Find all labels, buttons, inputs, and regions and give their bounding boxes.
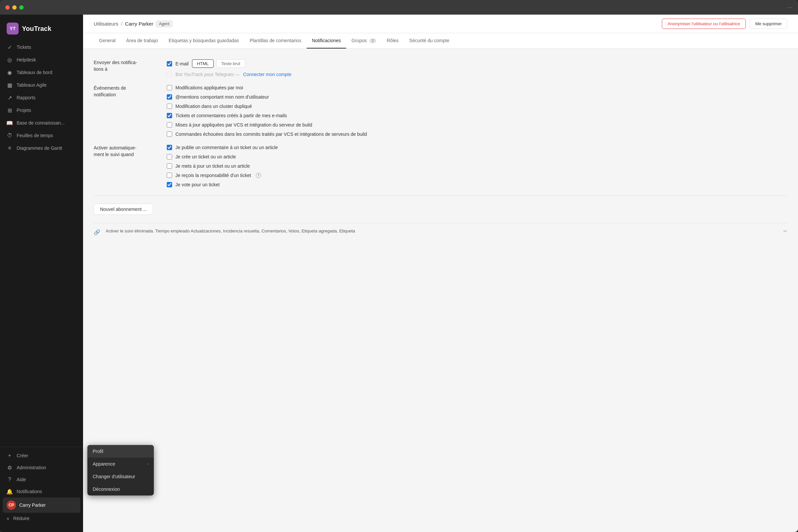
follow-item-3: Je reçois la responsabilité d'un ticket …: [167, 173, 787, 178]
tab-grupos-label: Grupos: [352, 38, 367, 43]
book-icon: 📖: [7, 120, 13, 126]
sidebar-item-notifications[interactable]: 🔔 Notifications: [3, 486, 80, 497]
event-checkbox-4[interactable]: [167, 122, 172, 128]
close-button[interactable]: [5, 5, 10, 10]
follow-label-0: Je publie un commentaire à un ticket ou …: [175, 145, 278, 150]
chevron-left-icon: «: [7, 516, 9, 521]
delete-button[interactable]: Me supprimer: [750, 19, 787, 29]
follow-checkbox-2[interactable]: [167, 164, 172, 169]
footer-values: Actualizaciones, Incidencia resuelta, Co…: [191, 228, 355, 233]
tab-roles[interactable]: Rôles: [382, 33, 404, 49]
send-notifications-label: Envoyer des notifica-tions à: [94, 59, 153, 77]
sidebar-item-label: Tickets: [17, 44, 31, 50]
telegram-connect-link[interactable]: Connecter mon compte: [243, 72, 292, 77]
footer-text: Activer le suivi éliminada. Tiempo emple…: [106, 228, 778, 233]
sidebar-item-creer[interactable]: + Créer: [3, 450, 80, 461]
events-section: Événements denotification Modifications …: [94, 85, 787, 137]
context-menu-profil[interactable]: Profil: [87, 445, 154, 458]
topbar-actions: Anonymiser l'utilisateur ou l'utilisatri…: [662, 19, 787, 29]
subscribe-button[interactable]: Nouvel abonnement ...: [94, 204, 153, 215]
tab-etiquetas[interactable]: Etiquetas y búsquedas guardadas: [164, 33, 244, 49]
minimize-button[interactable]: [12, 5, 17, 10]
help-icon-3[interactable]: ?: [256, 173, 261, 178]
sidebar-item-label: Rapports: [17, 95, 36, 100]
sidebar-item-rapports[interactable]: ↗ Rapports: [3, 92, 80, 103]
sidebar-item-aide[interactable]: ? Aide: [3, 474, 80, 486]
context-menu-changer[interactable]: Changer d'utilisateur: [87, 470, 154, 483]
event-checkbox-5[interactable]: [167, 132, 172, 137]
breadcrumb-separator: /: [121, 21, 122, 26]
context-menu-apparence-label: Apparence: [93, 461, 115, 467]
agile-icon: ▦: [7, 82, 13, 88]
telegram-label: Bot YouTrack pour Telegram — Connecter m…: [175, 72, 291, 77]
event-item-2: Modification dans un cluster dupliqué: [167, 103, 787, 109]
event-checkbox-0[interactable]: [167, 85, 172, 90]
context-menu-changer-label: Changer d'utilisateur: [93, 474, 135, 479]
menu-dots-icon[interactable]: ⋯: [787, 4, 793, 11]
sidebar-item-label: Projets: [17, 108, 31, 113]
tab-general[interactable]: General: [94, 33, 121, 49]
gantt-icon: ≡: [7, 145, 13, 151]
event-item-0: Modifications appliquées par moi: [167, 85, 787, 90]
anonymize-button[interactable]: Anonymiser l'utilisateur ou l'utilisatri…: [662, 19, 745, 29]
event-item-3: Tickets et commentaires créés à partir d…: [167, 113, 787, 118]
html-format-button[interactable]: HTML: [192, 59, 214, 68]
tab-securite[interactable]: Sécurité du compte: [404, 33, 455, 49]
follow-checkbox-3[interactable]: [167, 173, 172, 178]
tab-plantillas[interactable]: Plantillas de comentarios: [244, 33, 307, 49]
sidebar-item-tickets[interactable]: ✓ Tickets: [3, 41, 80, 53]
sidebar-item-administration[interactable]: ⚙ Administration: [3, 461, 80, 474]
follow-label-3-text: Je reçois la responsabilité d'un ticket: [175, 173, 251, 178]
follow-checkbox-0[interactable]: [167, 145, 172, 150]
sidebar-item-helpdesk[interactable]: ◎ Helpdesk: [3, 54, 80, 66]
sidebar-nav: ✓ Tickets ◎ Helpdesk ◉ Tableaux de bord …: [0, 41, 83, 444]
event-checkbox-1[interactable]: [167, 94, 172, 100]
follow-item-2: Je mets à jour un ticket ou un article: [167, 164, 787, 169]
events-controls: Modifications appliquées par moi @mentio…: [167, 85, 787, 137]
projects-icon: ⊞: [7, 107, 13, 113]
app-logo[interactable]: YT YouTrack: [0, 20, 83, 41]
sidebar-item-label: Tableaux de bord: [17, 70, 52, 75]
plain-format-button[interactable]: Texte brut: [216, 59, 245, 68]
user-profile-button[interactable]: CP Carry Parker: [3, 497, 80, 513]
tab-notificaciones[interactable]: Notificaciones: [307, 33, 346, 49]
dashboard-icon: ◉: [7, 70, 13, 75]
tab-grupos[interactable]: Grupos 7: [346, 33, 382, 49]
telegram-checkbox[interactable]: [167, 72, 172, 77]
sidebar-item-label: Base de connaisssan...: [17, 120, 65, 126]
sidebar-item-tableaux-agile[interactable]: ▦ Tableaux Agile: [3, 79, 80, 91]
edit-icon[interactable]: ✏: [783, 228, 787, 234]
helpdesk-icon: ◎: [7, 57, 13, 63]
maximize-button[interactable]: [19, 5, 23, 10]
follow-checkbox-1[interactable]: [167, 154, 172, 159]
breadcrumb-parent[interactable]: Utilisateurs: [94, 21, 118, 26]
sidebar-item-gantt[interactable]: ≡ Diagrammes de Gantt: [3, 142, 80, 154]
sidebar-item-tableaux-bord[interactable]: ◉ Tableaux de bord: [3, 66, 80, 78]
telegram-row: Bot YouTrack pour Telegram — Connecter m…: [167, 72, 787, 77]
sidebar-item-knowledge[interactable]: 📖 Base de connaisssan...: [3, 117, 80, 129]
collapse-button[interactable]: « Réduire: [3, 513, 80, 524]
tab-grupos-badge: 7: [369, 39, 376, 43]
tabs: General Área de trabajo Etiquetas y búsq…: [83, 33, 798, 49]
tab-area-trabajo[interactable]: Área de trabajo: [121, 33, 164, 49]
event-label-2: Modification dans un cluster dupliqué: [175, 103, 252, 109]
context-menu-deconnexion[interactable]: Déconnexion: [87, 483, 154, 495]
agent-badge: Agent: [156, 21, 172, 27]
email-checkbox[interactable]: [167, 61, 172, 66]
breadcrumb: Utilisateurs / Carry Parker Agent: [94, 21, 172, 27]
sidebar-item-projets[interactable]: ⊞ Projets: [3, 104, 80, 116]
sidebar-item-feuilles[interactable]: ⏱ Feuilles de temps: [3, 130, 80, 141]
events-label: Événements denotification: [94, 85, 153, 137]
gear-icon: ⚙: [7, 464, 13, 471]
follow-label-1: Je crée un ticket ou un article: [175, 154, 236, 159]
event-checkbox-3[interactable]: [167, 113, 172, 118]
follow-checkbox-4[interactable]: [167, 182, 172, 187]
auto-follow-section: Activer automatique-ment le suivi quand …: [94, 145, 787, 187]
send-notifications-controls: E-mail HTML Texte brut Bot YouTrack pour…: [167, 59, 787, 77]
sidebar-item-label: Créer: [17, 453, 28, 458]
event-checkbox-2[interactable]: [167, 103, 172, 109]
sidebar-bottom: + Créer ⚙ Administration ? Aide 🔔 Notifi…: [0, 446, 83, 527]
link-icon: 🔗: [94, 229, 100, 235]
context-menu-apparence[interactable]: Apparence ›: [87, 458, 154, 470]
follow-label-4: Je vote pour un ticket: [175, 182, 220, 187]
